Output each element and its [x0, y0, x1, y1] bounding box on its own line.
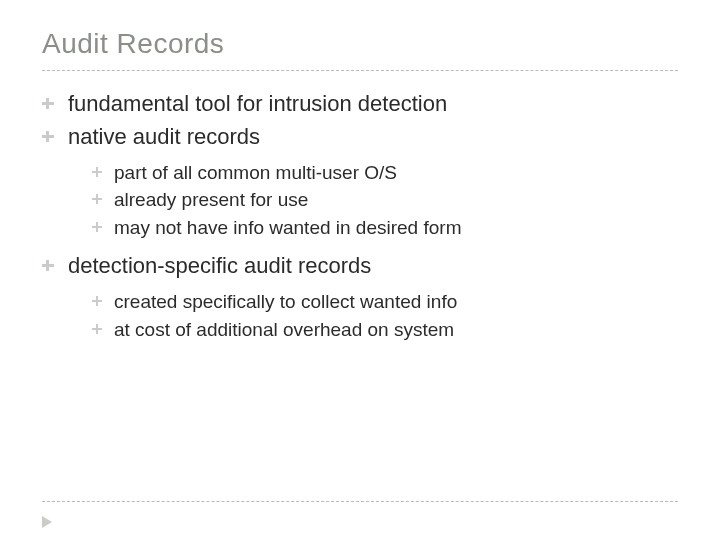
sub-bullet-text: part of all common multi-user O/S — [114, 162, 397, 183]
footer-divider — [42, 501, 678, 502]
bullet-text: native audit records — [68, 124, 260, 149]
arrow-right-icon — [42, 516, 52, 528]
page-title: Audit Records — [42, 28, 678, 60]
bullet-text: fundamental tool for intrusion detection — [68, 91, 447, 116]
sub-bullet-list: part of all common multi-user O/S alread… — [68, 159, 678, 242]
sub-bullet-list: created specifically to collect wanted i… — [68, 288, 678, 343]
sub-bullet-item: part of all common multi-user O/S — [92, 159, 678, 187]
bullet-item: fundamental tool for intrusion detection — [42, 89, 678, 120]
bullet-item: detection-specific audit records created… — [42, 251, 678, 343]
sub-bullet-text: created specifically to collect wanted i… — [114, 291, 457, 312]
title-divider — [42, 70, 678, 71]
slide: Audit Records fundamental tool for intru… — [0, 0, 720, 540]
bullet-item: native audit records part of all common … — [42, 122, 678, 241]
bullet-text: detection-specific audit records — [68, 253, 371, 278]
sub-bullet-item: at cost of additional overhead on system — [92, 316, 678, 344]
sub-bullet-item: may not have info wanted in desired form — [92, 214, 678, 242]
sub-bullet-item: created specifically to collect wanted i… — [92, 288, 678, 316]
sub-bullet-text: already present for use — [114, 189, 308, 210]
sub-bullet-text: may not have info wanted in desired form — [114, 217, 461, 238]
sub-bullet-item: already present for use — [92, 186, 678, 214]
sub-bullet-text: at cost of additional overhead on system — [114, 319, 454, 340]
bullet-list: fundamental tool for intrusion detection… — [42, 89, 678, 343]
